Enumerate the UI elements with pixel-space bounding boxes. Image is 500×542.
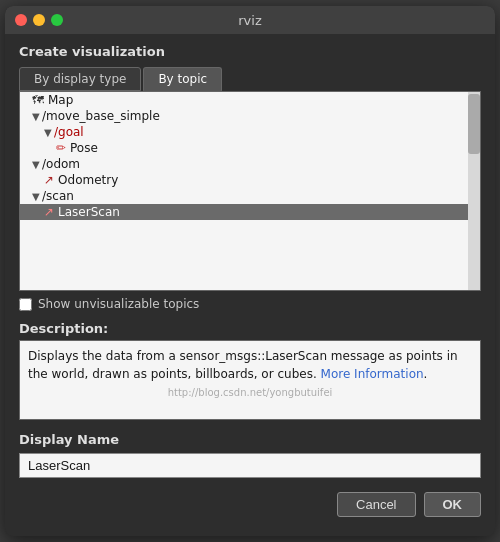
tree-item-label: /goal [54, 125, 84, 139]
tree-item-map[interactable]: 🗺 Map [20, 92, 480, 108]
display-name-label: Display Name [19, 432, 481, 447]
tree-item-label: Odometry [58, 173, 118, 187]
ok-button[interactable]: OK [424, 492, 482, 517]
titlebar: rviz [5, 6, 495, 34]
tree-item-pose[interactable]: ✏ Pose [20, 140, 480, 156]
tree-item-odometry[interactable]: ↗ Odometry [20, 172, 480, 188]
tab-by-topic[interactable]: By topic [143, 67, 222, 91]
laserscan-icon: ↗ [44, 205, 54, 219]
expand-arrow-icon: ▼ [44, 127, 54, 138]
tree-item-goal[interactable]: ▼ /goal [20, 124, 480, 140]
close-button[interactable] [15, 14, 27, 26]
description-box: Displays the data from a sensor_msgs::La… [19, 340, 481, 420]
button-row: Cancel OK [19, 492, 481, 517]
odometry-icon: ↗ [44, 173, 54, 187]
pose-icon: ✏ [56, 141, 66, 155]
scrollbar-thumb[interactable] [468, 94, 480, 154]
tree-item-label: /move_base_simple [42, 109, 160, 123]
expand-arrow-icon: ▼ [32, 159, 42, 170]
tree-item-laserscan[interactable]: ↗ LaserScan [20, 204, 480, 220]
expand-arrow-icon: ▼ [32, 191, 42, 202]
maximize-button[interactable] [51, 14, 63, 26]
minimize-button[interactable] [33, 14, 45, 26]
main-window: rviz Create visualization By display typ… [5, 6, 495, 536]
description-period: . [424, 367, 428, 381]
tree-item-label: Map [48, 93, 73, 107]
cancel-button[interactable]: Cancel [337, 492, 415, 517]
scrollbar[interactable] [468, 92, 480, 290]
description-label: Description: [19, 321, 481, 336]
window-title: rviz [238, 13, 261, 28]
more-information-link[interactable]: More Information [321, 367, 424, 381]
section-title: Create visualization [19, 44, 481, 59]
window-controls [15, 14, 63, 26]
tab-by-display-type[interactable]: By display type [19, 67, 141, 91]
watermark: http://blog.csdn.net/yongbutuifei [28, 383, 472, 402]
tree-item-scan[interactable]: ▼ /scan [20, 188, 480, 204]
tree-item-label: LaserScan [58, 205, 120, 219]
tree-item-odom[interactable]: ▼ /odom [20, 156, 480, 172]
topic-tree[interactable]: 🗺 Map ▼ /move_base_simple ▼ /goal ✏ Pose [19, 91, 481, 291]
dialog-content: Create visualization By display type By … [5, 34, 495, 531]
checkbox-label: Show unvisualizable topics [38, 297, 199, 311]
tree-item-label: /odom [42, 157, 80, 171]
tree-item-label: /scan [42, 189, 74, 203]
tree-item-move-base[interactable]: ▼ /move_base_simple [20, 108, 480, 124]
expand-arrow-icon: ▼ [32, 111, 42, 122]
show-unvisualizable-checkbox[interactable] [19, 298, 32, 311]
tree-item-label: Pose [70, 141, 98, 155]
display-name-input[interactable] [19, 453, 481, 478]
map-icon: 🗺 [32, 93, 44, 107]
tab-bar: By display type By topic [19, 67, 481, 91]
checkbox-row: Show unvisualizable topics [19, 297, 481, 311]
